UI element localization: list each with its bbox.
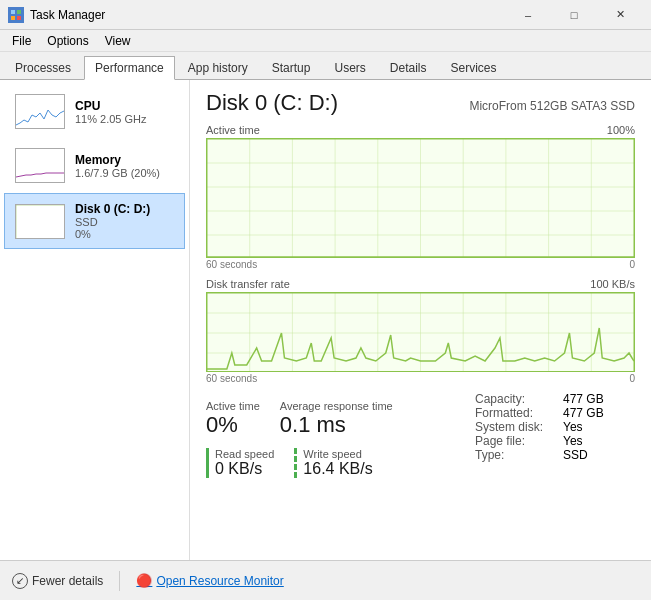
type-key: Type: bbox=[475, 448, 555, 462]
open-resource-monitor-link[interactable]: 🔴 Open Resource Monitor bbox=[136, 573, 283, 588]
menu-bar: File Options View bbox=[0, 30, 651, 52]
transfer-rate-label-row: Disk transfer rate 100 KB/s bbox=[206, 278, 635, 290]
tab-details[interactable]: Details bbox=[379, 56, 438, 79]
active-time-chart bbox=[206, 138, 635, 258]
svg-rect-1 bbox=[17, 10, 21, 14]
formatted-row: Formatted: 477 GB bbox=[475, 406, 635, 420]
resource-monitor-icon: 🔴 bbox=[136, 573, 152, 588]
svg-rect-3 bbox=[17, 16, 21, 20]
transfer-60s: 60 seconds bbox=[206, 373, 257, 384]
svg-rect-5 bbox=[16, 149, 65, 183]
tab-bar: Processes Performance App history Startu… bbox=[0, 52, 651, 80]
read-speed-value: 0 KB/s bbox=[215, 460, 274, 478]
menu-file[interactable]: File bbox=[4, 32, 39, 50]
bottom-bar: ↙ Fewer details 🔴 Open Resource Monitor bbox=[0, 560, 651, 600]
system-disk-row: System disk: Yes bbox=[475, 420, 635, 434]
transfer-0: 0 bbox=[629, 373, 635, 384]
formatted-key: Formatted: bbox=[475, 406, 555, 420]
transfer-rate-time-row: 60 seconds 0 bbox=[206, 373, 635, 384]
page-file-val: Yes bbox=[563, 434, 583, 448]
open-resource-monitor-label: Open Resource Monitor bbox=[156, 574, 283, 588]
read-speed-label: Read speed bbox=[215, 448, 274, 460]
tab-app-history[interactable]: App history bbox=[177, 56, 259, 79]
transfer-rate-section: Disk transfer rate 100 KB/s bbox=[206, 278, 635, 384]
cpu-detail: 11% 2.05 GHz bbox=[75, 113, 147, 125]
bottom-separator bbox=[119, 571, 120, 591]
tab-processes[interactable]: Processes bbox=[4, 56, 82, 79]
stats-row: Active time 0% Average response time 0.1… bbox=[206, 400, 465, 438]
tab-startup[interactable]: Startup bbox=[261, 56, 322, 79]
active-time-stat-label: Active time bbox=[206, 400, 260, 412]
menu-options[interactable]: Options bbox=[39, 32, 96, 50]
fewer-details-button[interactable]: ↙ Fewer details bbox=[12, 573, 103, 589]
sidebar-item-disk[interactable]: Disk 0 (C: D:) SSD 0% bbox=[4, 193, 185, 249]
svg-rect-2 bbox=[11, 16, 15, 20]
capacity-key: Capacity: bbox=[475, 392, 555, 406]
memory-detail: 1.6/7.9 GB (20%) bbox=[75, 167, 160, 179]
tab-performance[interactable]: Performance bbox=[84, 56, 175, 80]
write-speed-stat: Write speed 16.4 KB/s bbox=[294, 448, 372, 478]
disk-mini-chart bbox=[15, 204, 65, 239]
speed-row: Read speed 0 KB/s Write speed 16.4 KB/s bbox=[206, 448, 465, 478]
main-content: CPU 11% 2.05 GHz Memory 1.6/7.9 GB (20%) bbox=[0, 80, 651, 560]
memory-info: Memory 1.6/7.9 GB (20%) bbox=[75, 153, 160, 179]
system-disk-key: System disk: bbox=[475, 420, 555, 434]
active-time-stat: Active time 0% bbox=[206, 400, 260, 438]
maximize-button[interactable]: □ bbox=[551, 0, 597, 30]
active-time-stat-value: 0% bbox=[206, 412, 260, 438]
disk-model: MicroFrom 512GB SATA3 SSD bbox=[469, 99, 635, 113]
disk-info: Disk 0 (C: D:) SSD 0% bbox=[75, 202, 150, 240]
system-disk-val: Yes bbox=[563, 420, 583, 434]
stats-area: Active time 0% Average response time 0.1… bbox=[206, 392, 635, 478]
write-speed-label: Write speed bbox=[303, 448, 372, 460]
disk-label: Disk 0 (C: D:) bbox=[75, 202, 150, 216]
transfer-rate-label: Disk transfer rate bbox=[206, 278, 290, 290]
left-stats: Active time 0% Average response time 0.1… bbox=[206, 392, 465, 478]
cpu-label: CPU bbox=[75, 99, 147, 113]
disk-title: Disk 0 (C: D:) bbox=[206, 90, 338, 116]
app-icon bbox=[8, 7, 24, 23]
svg-rect-0 bbox=[11, 10, 15, 14]
disk-usage: 0% bbox=[75, 228, 150, 240]
fewer-details-label: Fewer details bbox=[32, 574, 103, 588]
active-time-section: Active time 100% bbox=[206, 124, 635, 270]
title-bar: Task Manager – □ ✕ bbox=[0, 0, 651, 30]
sidebar-item-memory[interactable]: Memory 1.6/7.9 GB (20%) bbox=[4, 139, 185, 192]
capacity-val: 477 GB bbox=[563, 392, 604, 406]
active-time-max: 100% bbox=[607, 124, 635, 136]
page-file-row: Page file: Yes bbox=[475, 434, 635, 448]
tab-services[interactable]: Services bbox=[440, 56, 508, 79]
read-speed-stat: Read speed 0 KB/s bbox=[206, 448, 274, 478]
active-time-time-row: 60 seconds 0 bbox=[206, 259, 635, 270]
close-button[interactable]: ✕ bbox=[597, 0, 643, 30]
fewer-details-icon: ↙ bbox=[12, 573, 28, 589]
write-speed-value: 16.4 KB/s bbox=[303, 460, 372, 478]
right-panel: Disk 0 (C: D:) MicroFrom 512GB SATA3 SSD… bbox=[190, 80, 651, 560]
sidebar: CPU 11% 2.05 GHz Memory 1.6/7.9 GB (20%) bbox=[0, 80, 190, 560]
active-time-label: Active time bbox=[206, 124, 260, 136]
minimize-button[interactable]: – bbox=[505, 0, 551, 30]
type-row: Type: SSD bbox=[475, 448, 635, 462]
type-val: SSD bbox=[563, 448, 588, 462]
active-time-0: 0 bbox=[629, 259, 635, 270]
page-file-key: Page file: bbox=[475, 434, 555, 448]
avg-response-label: Average response time bbox=[280, 400, 393, 412]
title-bar-left: Task Manager bbox=[8, 7, 105, 23]
title-bar-controls: – □ ✕ bbox=[505, 0, 643, 30]
transfer-rate-chart bbox=[206, 292, 635, 372]
tab-users[interactable]: Users bbox=[323, 56, 376, 79]
avg-response-stat: Average response time 0.1 ms bbox=[280, 400, 393, 438]
disk-header: Disk 0 (C: D:) MicroFrom 512GB SATA3 SSD bbox=[206, 90, 635, 116]
disk-type: SSD bbox=[75, 216, 150, 228]
cpu-mini-chart bbox=[15, 94, 65, 129]
capacity-row: Capacity: 477 GB bbox=[475, 392, 635, 406]
memory-label: Memory bbox=[75, 153, 160, 167]
svg-rect-6 bbox=[16, 205, 65, 239]
svg-rect-4 bbox=[16, 95, 65, 129]
menu-view[interactable]: View bbox=[97, 32, 139, 50]
capacity-table: Capacity: 477 GB Formatted: 477 GB Syste… bbox=[475, 392, 635, 478]
avg-response-value: 0.1 ms bbox=[280, 412, 393, 438]
window-title: Task Manager bbox=[30, 8, 105, 22]
sidebar-item-cpu[interactable]: CPU 11% 2.05 GHz bbox=[4, 85, 185, 138]
memory-mini-chart bbox=[15, 148, 65, 183]
